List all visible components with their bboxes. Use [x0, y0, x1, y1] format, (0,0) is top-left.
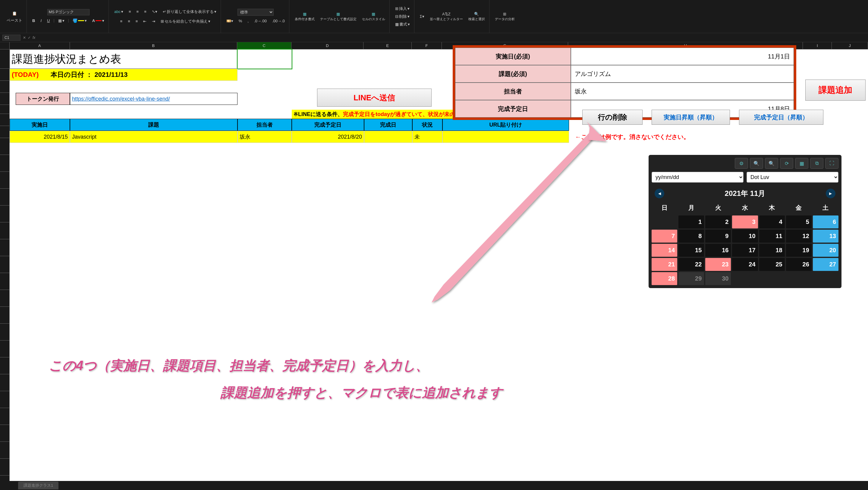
cal-day[interactable]: 9 — [705, 229, 731, 243]
cal-expand-button[interactable]: ⛶ — [825, 158, 838, 169]
token-button-cell[interactable]: トークン発行 — [16, 93, 70, 105]
row-header-12[interactable] — [0, 206, 10, 222]
decrease-decimal-button[interactable]: .00→.0 — [270, 18, 287, 24]
cal-day[interactable]: 2 — [705, 215, 731, 228]
hdr-url[interactable]: URL貼り付け — [442, 119, 569, 131]
cells-area[interactable]: 課題進捗状況まとめ表 (TODAY) 本日の日付 ： 2021/11/13 トー… — [10, 50, 868, 489]
line-send-button[interactable]: LINEへ送信 — [317, 89, 432, 107]
row-header-18[interactable] — [0, 307, 10, 324]
cal-day[interactable]: 15 — [678, 244, 704, 257]
col-header-d[interactable]: D — [291, 42, 364, 49]
name-box[interactable] — [2, 35, 21, 41]
cal-day[interactable]: 24 — [732, 258, 758, 271]
cal-day[interactable]: 23 — [705, 258, 731, 271]
cal-day[interactable]: 17 — [732, 244, 758, 257]
cal-day[interactable]: 27 — [813, 258, 838, 271]
input-val-owner[interactable]: 坂永 — [571, 83, 794, 100]
row-header-7[interactable] — [0, 126, 10, 138]
row-header-11[interactable] — [0, 189, 10, 206]
insert-cells-button[interactable]: ⊞挿入▾ — [393, 5, 411, 13]
align-center-button[interactable]: ≡ — [126, 18, 132, 25]
indent-inc-button[interactable]: ⇥ — [150, 18, 157, 25]
comma-button[interactable]: , — [246, 18, 250, 24]
row-header-23[interactable] — [0, 391, 10, 408]
formula-input[interactable] — [38, 36, 866, 40]
cal-day[interactable]: 6 — [813, 215, 838, 228]
hdr-task[interactable]: 課題 — [70, 119, 238, 131]
cal-day[interactable]: 18 — [759, 244, 785, 257]
title-cell[interactable]: 課題進捗状況まとめ表 — [10, 50, 238, 69]
col-header-b[interactable]: B — [70, 42, 237, 49]
cal-day[interactable]: 19 — [786, 244, 812, 257]
row-header-1[interactable] — [0, 50, 10, 69]
row-header-21[interactable] — [0, 358, 10, 374]
row-header-4[interactable] — [0, 93, 10, 105]
row-header-26[interactable] — [0, 442, 10, 459]
underline-button[interactable]: U — [45, 17, 52, 24]
sheet-tab-1[interactable]: 課題進捗クラス1 — [18, 482, 59, 489]
cal-day[interactable]: 8 — [678, 229, 704, 243]
row-header-27[interactable] — [0, 459, 10, 476]
row-header-24[interactable] — [0, 408, 10, 425]
italic-button[interactable]: I — [38, 17, 43, 24]
cal-day[interactable]: 30 — [705, 272, 731, 285]
sample-task[interactable]: Javascript — [70, 131, 238, 143]
cal-day[interactable]: 14 — [652, 244, 677, 257]
sort-filter-button[interactable]: A⇅Z並べ替えとフィルター — [428, 10, 465, 23]
today-row[interactable]: (TODAY) 本日の日付 ： 2021/11/13 — [10, 69, 238, 81]
row-header-2[interactable] — [0, 69, 10, 81]
row-header-25[interactable] — [0, 425, 10, 442]
row-header-16[interactable] — [0, 273, 10, 290]
row-header-14[interactable] — [0, 239, 10, 256]
format-table-button[interactable]: ▦テーブルとして書式設定 — [318, 10, 358, 23]
wrap-text-button[interactable]: ↵折り返して全体を表示する▾ — [161, 8, 218, 16]
sample-done[interactable] — [364, 131, 412, 143]
align-bottom-button[interactable]: ≡ — [142, 8, 148, 15]
fx-label[interactable]: fx — [33, 36, 35, 40]
cancel-icon[interactable]: ✕ — [23, 36, 26, 40]
font-name-select[interactable] — [47, 9, 90, 16]
add-task-button[interactable]: 課題追加 — [805, 80, 866, 101]
align-middle-button[interactable]: ≡ — [135, 8, 141, 15]
cell-styles-button[interactable]: ▦セルのスタイル — [360, 10, 387, 23]
row-header-8[interactable] — [0, 138, 10, 155]
row-header-15[interactable] — [0, 256, 10, 273]
col-header-f[interactable]: F — [412, 42, 442, 49]
cal-day[interactable]: 28 — [652, 272, 677, 285]
col-header-c[interactable]: C — [237, 42, 291, 49]
align-top-button[interactable]: ≡ — [127, 8, 133, 15]
indent-dec-button[interactable]: ⇤ — [141, 18, 148, 25]
conditional-format-button[interactable]: ▦条件付き書式 — [293, 10, 316, 23]
row-header-6[interactable] — [0, 114, 10, 126]
col-header-i[interactable]: I — [803, 42, 832, 49]
link-cell[interactable]: https://officedic.com/excel-vba-line-sen… — [70, 93, 238, 105]
cal-settings-button[interactable]: ⚙ — [735, 158, 748, 169]
cal-grid-button[interactable]: ▦ — [795, 158, 808, 169]
row-header-19[interactable] — [0, 324, 10, 340]
col-header-j[interactable]: J — [832, 42, 868, 49]
sample-due[interactable]: 2021/8/20 — [292, 131, 364, 143]
cal-day[interactable]: 20 — [813, 244, 838, 257]
cal-day[interactable]: 10 — [732, 229, 758, 243]
orientation-button[interactable]: ⤡▾ — [150, 8, 159, 15]
align-right-button[interactable]: ≡ — [134, 18, 140, 25]
cal-day[interactable]: 26 — [786, 258, 812, 271]
analyze-data-button[interactable]: ⊞データの分析 — [493, 10, 517, 23]
hdr-due[interactable]: 完成予定日 — [292, 119, 364, 131]
cal-day[interactable]: 29 — [678, 272, 704, 285]
cal-day[interactable]: 22 — [678, 258, 704, 271]
merge-center-button[interactable]: ⊞セルを結合して中央揃え▾ — [159, 18, 212, 25]
delete-row-button[interactable]: 行の削除 — [582, 110, 643, 125]
sort-due-button[interactable]: 完成予定日（昇順） — [739, 110, 824, 125]
cal-day[interactable]: 4 — [759, 215, 785, 228]
confirm-icon[interactable]: ✓ — [28, 36, 31, 40]
row-header-9[interactable] — [0, 155, 10, 172]
cal-day[interactable]: 25 — [759, 258, 785, 271]
row-header-10[interactable] — [0, 172, 10, 189]
fill-color-button[interactable]: 🪣▾ — [71, 17, 89, 24]
theme-select[interactable]: Dot Luv — [747, 172, 838, 183]
cal-day[interactable]: 1 — [678, 215, 704, 228]
cal-refresh-button[interactable]: ⟳ — [780, 158, 793, 169]
hdr-done[interactable]: 完成日 — [364, 119, 412, 131]
delete-cells-button[interactable]: ⊟削除▾ — [393, 13, 411, 21]
